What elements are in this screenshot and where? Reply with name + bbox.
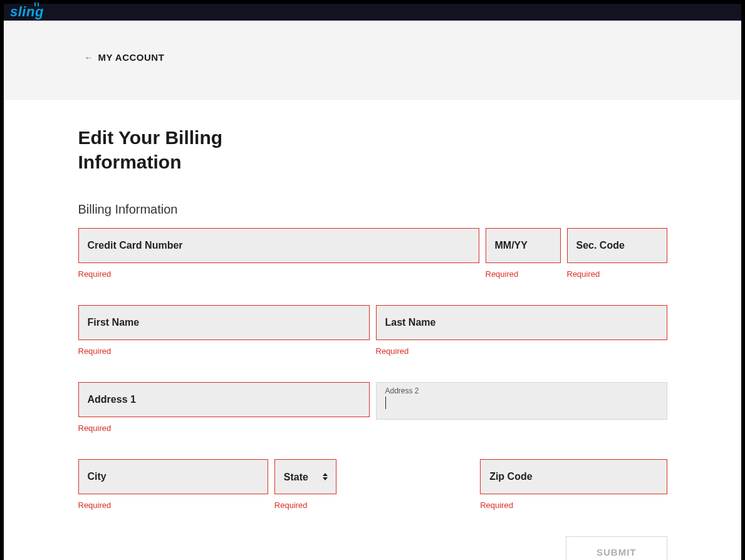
state-error: Required bbox=[274, 500, 336, 510]
submit-button[interactable]: SUBMIT bbox=[566, 536, 667, 560]
first-name-error: Required bbox=[78, 346, 370, 356]
expiry-input[interactable] bbox=[486, 228, 561, 263]
breadcrumb-label: MY ACCOUNT bbox=[98, 52, 165, 63]
address2-input[interactable]: Address 2 bbox=[376, 382, 667, 420]
content-area: Edit Your Billing Information Billing In… bbox=[4, 100, 741, 560]
last-name-error: Required bbox=[376, 346, 667, 356]
page-title: Edit Your Billing Information bbox=[78, 125, 298, 174]
address1-input[interactable] bbox=[78, 382, 370, 417]
state-select[interactable]: State bbox=[274, 459, 336, 494]
arrow-left-icon: ← bbox=[85, 53, 93, 63]
breadcrumb-back[interactable]: ← MY ACCOUNT bbox=[60, 52, 686, 63]
sling-logo[interactable]: sling bbox=[10, 4, 44, 20]
last-name-input[interactable] bbox=[376, 305, 667, 340]
city-input[interactable] bbox=[78, 459, 268, 494]
expiry-error: Required bbox=[486, 269, 561, 279]
section-title: Billing Information bbox=[78, 202, 667, 217]
credit-card-error: Required bbox=[78, 269, 479, 279]
sec-code-error: Required bbox=[567, 269, 667, 279]
address1-error: Required bbox=[78, 423, 370, 433]
breadcrumb-area: ← MY ACCOUNT bbox=[4, 21, 741, 100]
top-nav: sling bbox=[4, 4, 741, 20]
city-error: Required bbox=[78, 500, 268, 510]
sec-code-input[interactable] bbox=[567, 228, 667, 263]
address2-label: Address 2 bbox=[385, 386, 658, 395]
credit-card-input[interactable] bbox=[78, 228, 479, 263]
zip-input[interactable] bbox=[480, 459, 667, 494]
text-cursor-icon bbox=[385, 397, 386, 409]
zip-error: Required bbox=[480, 500, 667, 510]
first-name-input[interactable] bbox=[78, 305, 370, 340]
